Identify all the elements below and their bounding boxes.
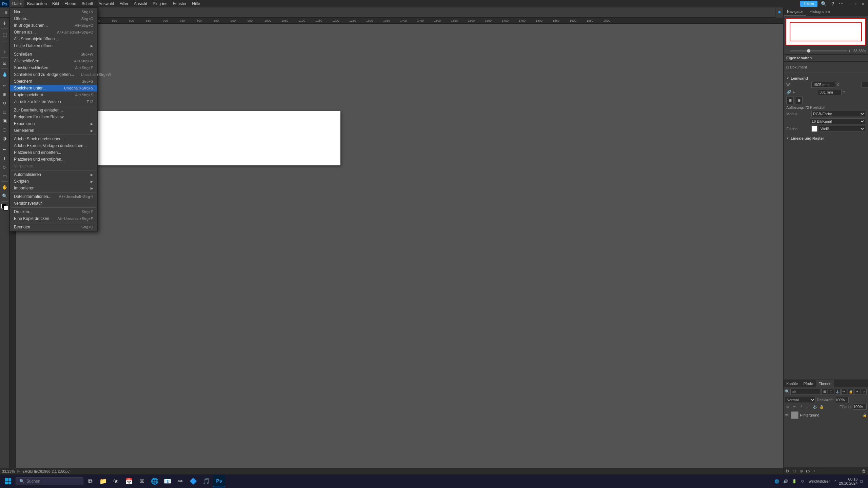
- taskbar-store[interactable]: 🛍: [110, 475, 122, 487]
- menu-als-smart[interactable]: Als Smartobjekt öffnen...: [10, 36, 97, 42]
- menu-neu-shortcut: Strg+N: [81, 10, 93, 14]
- tray-watchlist[interactable]: Watchlistideen: [807, 480, 832, 483]
- datei-dropdown-menu: Neu... Strg+N Öffnen... Strg+O In Bridge…: [9, 7, 98, 231]
- menu-platzieren-verknuepfen[interactable]: Platzieren und verknüpfen...: [10, 156, 97, 163]
- menu-letzte-arrow: ▶: [91, 44, 93, 48]
- menu-schliessen-shortcut: Strg+W: [81, 52, 93, 56]
- menu-adobe-express-label: Adobe Express-Vorlagen durchsuchen...: [14, 143, 87, 148]
- taskbar-email[interactable]: ✉: [136, 475, 148, 487]
- menu-zurueck[interactable]: Zurück zur letzten Version F12: [10, 98, 97, 105]
- menu-speichern-unter[interactable]: Speichern unter... Umschalt+Strg+S: [10, 85, 97, 92]
- menu-exportieren-label: Exportieren: [14, 121, 35, 126]
- menu-kopie-drucken[interactable]: Eine Kopie drucken Alt+Umschalt+Strg+P: [10, 215, 97, 222]
- taskbar-right: 🌐 🔊 🔋 🛡 Watchlistideen ^ 00:16 29.10.202…: [773, 477, 867, 485]
- menu-dateiinfos-label: Dateiinformationen...: [14, 194, 52, 199]
- menu-letzte[interactable]: Letzte Dateien öffnen ▶: [10, 42, 97, 49]
- menu-speichern-unter-shortcut: Umschalt+Strg+S: [64, 86, 93, 90]
- menu-als-smart-label: Als Smartobjekt öffnen...: [14, 37, 58, 41]
- start-button[interactable]: [1, 475, 15, 487]
- taskbar-calendar[interactable]: 📅: [123, 475, 135, 487]
- menu-importieren-label: Importieren: [14, 186, 35, 190]
- menu-review[interactable]: Freigeben für einen Review: [10, 114, 97, 120]
- taskbar-outlook[interactable]: 📧: [161, 475, 174, 487]
- menu-sonstige-label: Sonstige schließen: [14, 65, 48, 70]
- menu-generieren[interactable]: Generieren ▶: [10, 127, 97, 134]
- taskbar-app2[interactable]: 🎵: [200, 475, 212, 487]
- menu-oeffnen-label: Öffnen...: [14, 16, 29, 21]
- taskbar-explorer[interactable]: 📁: [97, 475, 109, 487]
- menu-platzieren-einbetten-label: Platzieren und einbetten...: [14, 150, 61, 155]
- menu-dateiinfos[interactable]: Dateiinformationen... Alt+Umschalt+Strg+…: [10, 193, 97, 200]
- menu-adobe-express[interactable]: Adobe Express-Vorlagen durchsuchen...: [10, 142, 97, 149]
- menu-zurueck-shortcut: F12: [87, 100, 93, 104]
- menu-importieren[interactable]: Importieren ▶: [10, 185, 97, 191]
- menu-automatisieren[interactable]: Automatisieren ▶: [10, 171, 97, 178]
- tray-network[interactable]: 🌐: [773, 479, 781, 484]
- menu-sep-4: [11, 170, 96, 170]
- menu-bearbeitung[interactable]: Zur Bearbeitung einladen...: [10, 107, 97, 114]
- menu-alle-schliessen-label: Alle schließen: [14, 59, 39, 63]
- menu-in-bridge[interactable]: In Bridge suchen... Alt+Strg+O: [10, 22, 97, 29]
- dropdown-overlay[interactable]: Neu... Strg+N Öffnen... Strg+O In Bridge…: [0, 0, 868, 474]
- menu-schliessen[interactable]: Schließen Strg+W: [10, 51, 97, 58]
- menu-sep-1: [11, 50, 96, 50]
- svg-rect-49: [8, 478, 11, 481]
- menu-oeffnen[interactable]: Öffnen... Strg+O: [10, 15, 97, 22]
- menu-beenden-shortcut: Strg+Q: [81, 225, 93, 229]
- menu-sonstige[interactable]: Sonstige schließen Alt+Strg+P: [10, 64, 97, 71]
- menu-beenden-label: Beenden: [14, 225, 30, 229]
- menu-skripten-arrow: ▶: [91, 180, 93, 183]
- menu-adobe-stock[interactable]: Adobe Stock durchsuchen...: [10, 136, 97, 142]
- menu-automatisieren-label: Automatisieren: [14, 172, 41, 177]
- menu-kopie-speichern[interactable]: Kopie speichern... Alt+Strg+S: [10, 92, 97, 98]
- taskbar-pen[interactable]: ✏: [174, 475, 186, 487]
- menu-letzte-label: Letzte Dateien öffnen: [14, 43, 53, 48]
- menu-bearbeitung-label: Zur Bearbeitung einladen...: [14, 108, 63, 113]
- menu-sep-3: [11, 135, 96, 135]
- menu-beenden[interactable]: Beenden Strg+Q: [10, 224, 97, 230]
- menu-skripten[interactable]: Skripten ▶: [10, 178, 97, 185]
- menu-exportieren-arrow: ▶: [91, 122, 93, 126]
- taskbar-search[interactable]: 🔍 Suchen: [16, 477, 83, 485]
- menu-kopie-speichern-label: Kopie speichern...: [14, 93, 46, 97]
- menu-neu[interactable]: Neu... Strg+N: [10, 8, 97, 15]
- menu-drucken-label: Drucken...: [14, 209, 33, 214]
- menu-speichern[interactable]: Speichern Strg+S: [10, 78, 97, 85]
- taskbar-taskview[interactable]: ⧉: [84, 475, 96, 487]
- menu-schliessen-bridge-shortcut: Umschalt+Strg+W: [81, 73, 111, 77]
- tray-sound[interactable]: 🔊: [782, 479, 789, 484]
- menu-in-bridge-shortcut: Alt+Strg+O: [75, 23, 93, 27]
- menu-neu-label: Neu...: [14, 9, 25, 14]
- menu-drucken[interactable]: Drucken... Strg+P: [10, 208, 97, 215]
- menu-sep-7: [11, 223, 96, 223]
- menu-importieren-arrow: ▶: [91, 186, 93, 190]
- menu-platzieren-verknuepfen-label: Platzieren und verknüpfen...: [14, 157, 64, 162]
- menu-schliessen-label: Schließen: [14, 52, 32, 57]
- taskbar-search-icon: 🔍: [19, 479, 24, 484]
- tray-antivirus[interactable]: 🛡: [800, 480, 806, 483]
- menu-in-bridge-label: In Bridge suchen...: [14, 23, 48, 28]
- tray-arrow[interactable]: ^: [833, 479, 837, 483]
- menu-sonstige-shortcut: Alt+Strg+P: [75, 66, 93, 70]
- menu-generieren-label: Generieren: [14, 128, 34, 133]
- taskbar: 🔍 Suchen ⧉ 📁 🛍 📅 ✉ 🌐 📧 ✏ 🔷 🎵 Ps 🌐 🔊 🔋 🛡 …: [0, 474, 868, 488]
- taskbar-app1[interactable]: 🔷: [187, 475, 199, 487]
- menu-kopie-speichern-shortcut: Alt+Strg+S: [75, 93, 93, 97]
- menu-oeffnen-als-label: Öffnen als...: [14, 30, 36, 35]
- taskbar-photoshop[interactable]: Ps: [213, 475, 225, 487]
- tray-battery[interactable]: 🔋: [791, 479, 798, 484]
- menu-review-label: Freigeben für einen Review: [14, 115, 64, 119]
- menu-oeffnen-als[interactable]: Öffnen als... Alt+Umschalt+Strg+O: [10, 29, 97, 36]
- menu-platzieren-einbetten[interactable]: Platzieren und einbetten...: [10, 149, 97, 156]
- svg-rect-48: [5, 478, 8, 481]
- menu-exportieren[interactable]: Exportieren ▶: [10, 120, 97, 127]
- menu-alle-schliessen[interactable]: Alle schließen Alt+Strg+W: [10, 58, 97, 64]
- menu-versionsverlauf[interactable]: Versionsverlauf: [10, 200, 97, 207]
- svg-rect-51: [8, 482, 11, 484]
- menu-schliessen-bridge[interactable]: Schließen und zu Bridge gehen... Umschal…: [10, 71, 97, 78]
- tray-notification[interactable]: □: [859, 479, 864, 483]
- taskbar-browser[interactable]: 🌐: [149, 475, 161, 487]
- menu-verpacken-label: Verpacken...: [14, 164, 37, 168]
- clock-date: 29.10.2024: [839, 481, 857, 485]
- system-clock: 00:16 29.10.2024: [839, 477, 857, 485]
